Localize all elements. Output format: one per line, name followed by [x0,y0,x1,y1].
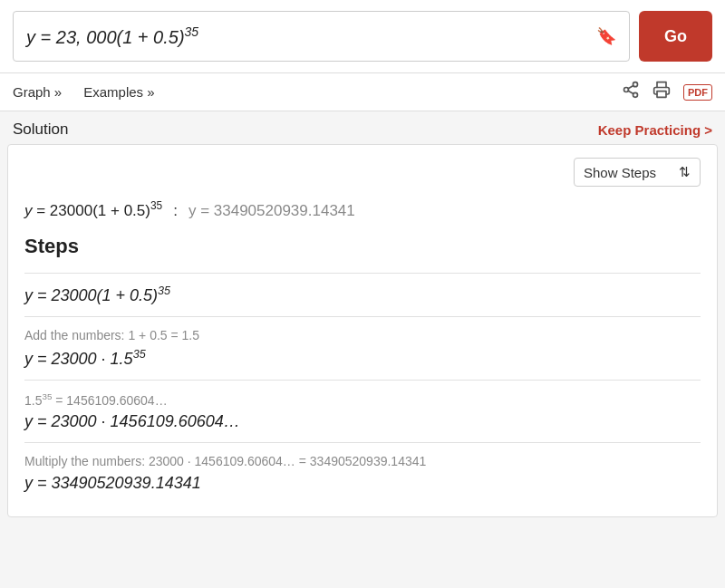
graph-link[interactable]: Graph » [13,84,62,100]
svg-line-3 [628,91,633,93]
step-4-math: y = 33490520939.14341 [24,474,701,493]
keep-practicing-link[interactable]: Keep Practicing > [598,122,712,138]
step-1-math: y = 23000(1 + 0.5)35 [24,284,701,305]
step-3-math: y = 23000 · 1456109.60604… [24,412,701,431]
nav-left: Graph » Examples » [13,84,155,100]
step-1: y = 23000(1 + 0.5)35 [24,273,701,305]
go-button[interactable]: Go [639,11,712,62]
nav-right: PDF [622,81,712,103]
step-2-math: y = 23000 · 1.535 [24,348,701,369]
step-4: Multiply the numbers: 23000 · 1456109.60… [24,442,701,493]
nav-bar: Graph » Examples » PDF [0,73,725,111]
steps-heading: Steps [24,235,701,258]
bookmark-icon[interactable]: 🔖 [596,26,616,46]
result-separator: : [173,202,178,220]
pdf-icon[interactable]: PDF [683,84,712,101]
svg-line-4 [628,85,633,88]
result-formula: y = 23000(1 + 0.5)35 [24,199,162,220]
print-icon[interactable] [652,81,671,103]
step-2-note: Add the numbers: 1 + 0.5 = 1.5 [24,328,701,342]
solution-header: Solution Keep Practicing > [0,111,725,144]
solution-content: Show Steps ⇅ y = 23000(1 + 0.5)35 : y = … [7,144,718,517]
show-steps-row: Show Steps ⇅ [24,158,701,187]
step-3: 1.535 = 1456109.60604… y = 23000 · 14561… [24,380,701,432]
svg-rect-5 [657,92,666,98]
result-answer: y = 33490520939.14341 [188,202,355,220]
top-bar: y = 23, 000(1 + 0.5)35 🔖 Go [0,0,725,73]
step-2: Add the numbers: 1 + 0.5 = 1.5 y = 23000… [24,316,701,369]
chevron-icon: ⇅ [679,164,691,180]
examples-link[interactable]: Examples » [83,84,154,100]
step-4-note: Multiply the numbers: 23000 · 1456109.60… [24,454,701,468]
formula-display: y = 23, 000(1 + 0.5)35 [26,24,198,48]
show-steps-select[interactable]: Show Steps ⇅ [574,158,701,187]
result-line: y = 23000(1 + 0.5)35 : y = 33490520939.1… [24,199,701,220]
step-3-note: 1.535 = 1456109.60604… [24,391,701,408]
formula-input-box[interactable]: y = 23, 000(1 + 0.5)35 🔖 [13,11,630,62]
show-steps-label: Show Steps [584,165,656,180]
share-icon[interactable] [622,81,640,103]
solution-label: Solution [13,120,68,139]
